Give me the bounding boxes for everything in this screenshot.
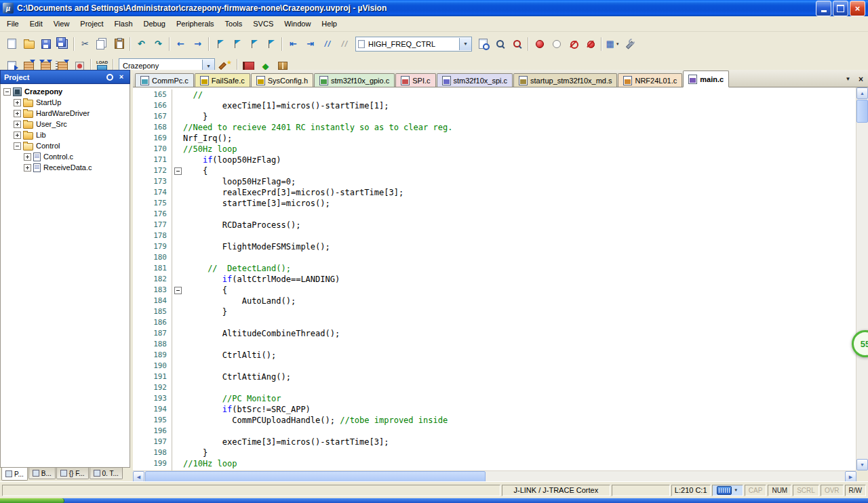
new-file-icon[interactable] <box>3 37 20 52</box>
tree-item-crazepony[interactable]: Crazepony <box>1 86 130 97</box>
expand-icon[interactable] <box>14 99 21 106</box>
tree-item-control[interactable]: Control <box>1 140 130 151</box>
uncomment-selection-icon[interactable]: // <box>336 37 353 52</box>
menu-item-tools[interactable]: Tools <box>220 18 248 30</box>
panel-tab-p[interactable]: P... <box>1 468 28 481</box>
menu-item-edit[interactable]: Edit <box>24 18 48 30</box>
menu-item-window[interactable]: Window <box>279 18 316 30</box>
menu-item-project[interactable]: Project <box>75 18 108 30</box>
tree-item-hardwaredriver[interactable]: HardWareDriver <box>1 108 130 119</box>
paste-icon[interactable] <box>111 37 127 52</box>
pin-button[interactable] <box>105 73 115 82</box>
panel-tab-f[interactable]: {} F... <box>56 468 89 479</box>
tab-nrf24l01-c[interactable]: NRF24L01.c <box>618 73 682 87</box>
tree-item-label: Lib <box>36 131 46 139</box>
close-button[interactable]: × <box>850 1 865 16</box>
tab-startup-stm32f10x-md-s[interactable]: startup_stm32f10x_md.s <box>513 73 617 87</box>
redo-icon[interactable]: ↷ <box>150 37 167 52</box>
tree-item-receivedata-c[interactable]: ReceiveData.c <box>1 162 130 173</box>
tab-commpc-c[interactable]: CommPc.c <box>135 73 194 87</box>
collapse-icon[interactable] <box>3 88 11 96</box>
find-combo[interactable]: HIGH_FREQ_CTRL▼ <box>355 37 472 52</box>
fold-collapse-icon[interactable] <box>174 167 182 175</box>
code-text: } <box>183 447 208 458</box>
panel-close-button[interactable]: × <box>117 73 126 82</box>
tree-item-control-c[interactable]: Control.c <box>1 151 130 162</box>
cut-icon[interactable]: ✂ <box>77 37 94 52</box>
menu-item-debug[interactable]: Debug <box>138 18 171 30</box>
code-text: } <box>183 306 227 317</box>
panel-tab-label: {} F... <box>69 470 85 477</box>
expand-icon[interactable] <box>14 110 21 117</box>
vertical-scroll-thumb[interactable] <box>856 100 868 123</box>
menu-item-view[interactable]: View <box>48 18 75 30</box>
tab-stm32f10x-spi-c[interactable]: stm32f10x_spi.c <box>437 73 513 87</box>
configuration-icon[interactable] <box>621 37 638 52</box>
editor-windows-icon[interactable]: ▦▼ <box>604 37 621 52</box>
menu-item-help[interactable]: Help <box>316 18 342 30</box>
bookmark-next-icon[interactable] <box>245 37 262 52</box>
menu-item-svcs[interactable]: SVCS <box>248 18 279 30</box>
expand-icon[interactable] <box>24 164 31 172</box>
start-button-strip[interactable] <box>0 498 64 503</box>
project-panel-header: Project × <box>0 70 130 84</box>
code-line: 187 AltitudeCombineThread(); <box>133 328 856 339</box>
tree-item-user-src[interactable]: User_Src <box>1 119 130 129</box>
scroll-down-button[interactable]: ▼ <box>856 459 868 470</box>
expand-icon[interactable] <box>14 132 21 139</box>
fold-collapse-icon[interactable] <box>174 287 182 294</box>
panel-tab-icon <box>5 470 12 477</box>
find-icon[interactable] <box>492 37 509 52</box>
menu-item-flash[interactable]: Flash <box>109 18 138 30</box>
vertical-scrollbar[interactable]: ▲ ▼ <box>856 87 868 470</box>
code-text: loop50HzFlag=0; <box>183 176 296 187</box>
panel-tab-b[interactable]: B... <box>28 468 56 479</box>
bookmark-previous-icon[interactable] <box>229 37 245 52</box>
tab-sysconfig-h[interactable]: SysConfig.h <box>251 73 313 87</box>
tab-main-c[interactable]: main.c <box>683 71 729 87</box>
unindent-icon[interactable]: ⇤ <box>285 37 302 52</box>
navigate-forward-icon[interactable]: → <box>189 37 206 52</box>
collapse-icon[interactable] <box>14 142 21 150</box>
code-text: FlightModeFSMSimple(); <box>183 241 330 252</box>
maximize-button[interactable] <box>833 1 848 16</box>
tab-spi-c[interactable]: SPI.c <box>395 73 435 87</box>
menu-item-file[interactable]: File <box>1 18 24 30</box>
code-editor[interactable]: 165 //166 execTime[1]=micros()-startTime… <box>133 87 856 470</box>
comment-selection-icon[interactable]: // <box>319 37 336 52</box>
indent-icon[interactable]: ⇥ <box>302 37 319 52</box>
tab-close-button[interactable]: × <box>856 74 866 84</box>
line-number: 189 <box>133 350 172 361</box>
keyboard-icon <box>717 486 732 495</box>
panel-tab-0-t[interactable]: 0. T... <box>90 468 123 479</box>
tree-item-startup[interactable]: StartUp <box>1 97 130 108</box>
open-folder-icon[interactable] <box>20 37 37 52</box>
minimize-button[interactable] <box>816 1 831 16</box>
bookmark-toggle-icon[interactable] <box>212 37 229 52</box>
kill-all-breakpoints-icon[interactable] <box>582 37 599 52</box>
folder-icon <box>23 100 33 107</box>
tab-stm32f10x-gpio-c[interactable]: stm32f10x_gpio.c <box>314 73 395 87</box>
bookmark-clear-all-icon[interactable] <box>262 37 279 52</box>
navigate-back-icon[interactable]: ← <box>172 37 189 52</box>
horizontal-scrollbar[interactable]: ◀ ▶ <box>133 470 856 482</box>
menu-item-peripherals[interactable]: Peripherals <box>171 18 220 30</box>
save-icon[interactable] <box>37 37 54 52</box>
scroll-up-button[interactable]: ▲ <box>856 87 868 99</box>
tab-failsafe-c[interactable]: FailSafe.c <box>195 73 250 87</box>
expand-icon[interactable] <box>24 153 31 161</box>
insert-breakpoint-icon[interactable] <box>531 37 548 52</box>
input-language-button[interactable]: ▼ <box>712 485 743 496</box>
incremental-find-icon[interactable] <box>509 37 526 52</box>
tab-overflow-button[interactable]: ▼ <box>843 74 853 84</box>
copy-icon[interactable] <box>94 37 111 52</box>
save-all-icon[interactable] <box>54 37 71 52</box>
enable-disable-breakpoint-icon[interactable] <box>548 37 565 52</box>
find-in-files-icon[interactable] <box>475 37 492 52</box>
expand-icon[interactable] <box>14 121 21 128</box>
disable-all-breakpoints-icon[interactable] <box>565 37 582 52</box>
tree-item-lib[interactable]: Lib <box>1 129 130 140</box>
find-combo-dropdown-icon[interactable]: ▼ <box>459 38 471 50</box>
undo-icon[interactable]: ↶ <box>133 37 150 52</box>
panel-tab-label: B... <box>41 470 52 477</box>
